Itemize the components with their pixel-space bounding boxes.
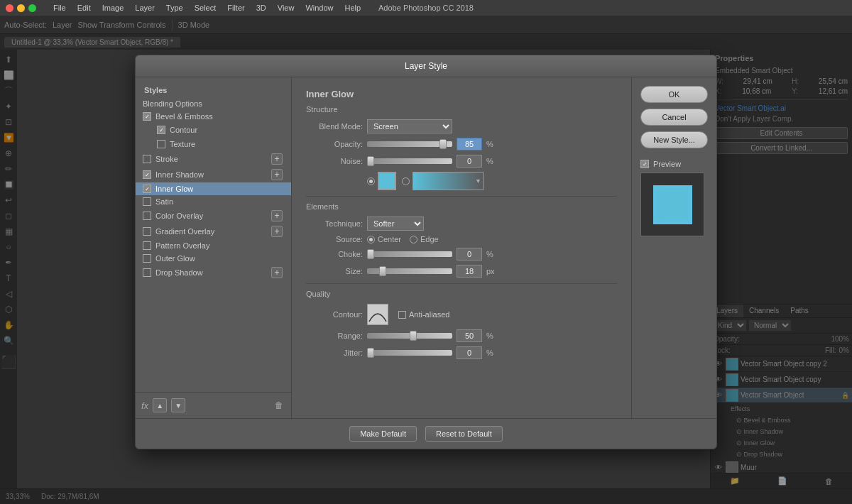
gradient-overlay-plus-button[interactable]: + [271, 226, 283, 237]
size-slider-thumb[interactable] [379, 266, 386, 276]
edge-radio-circle[interactable] [410, 236, 417, 243]
bevel-emboss-row[interactable]: Bevel & Emboss [136, 110, 291, 123]
drop-shadow-checkbox[interactable] [143, 268, 151, 277]
solid-color-radio[interactable] [367, 177, 375, 185]
choke-input[interactable] [457, 248, 482, 261]
dialog-body: Styles Blending Options Bevel & Emboss C… [136, 77, 716, 418]
color-overlay-label: Color Overlay [155, 212, 203, 220]
menu-edit[interactable]: Edit [77, 4, 91, 12]
reset-to-default-button[interactable]: Reset to Default [425, 426, 503, 442]
pattern-overlay-row[interactable]: Pattern Overlay [136, 239, 291, 252]
range-label: Range: [306, 332, 363, 340]
styles-panel-title[interactable]: Styles [136, 83, 291, 97]
technique-select[interactable]: Softer Precise [367, 217, 424, 231]
jitter-input[interactable] [457, 346, 482, 359]
source-edge-radio[interactable]: Edge [410, 235, 439, 243]
maximize-button[interactable] [28, 4, 36, 12]
outer-glow-row[interactable]: Outer Glow [136, 252, 291, 265]
technique-row: Technique: Softer Precise [306, 217, 617, 231]
gradient-radio[interactable] [402, 177, 410, 185]
minimize-button[interactable] [17, 4, 25, 12]
contour-form-label: Contour: [306, 310, 363, 319]
gradient-overlay-checkbox[interactable] [143, 227, 151, 236]
opacity-slider-track[interactable] [367, 141, 452, 147]
noise-input[interactable] [457, 155, 482, 168]
stroke-checkbox[interactable] [143, 155, 151, 163]
stroke-plus-button[interactable]: + [271, 153, 283, 165]
menu-filter[interactable]: Filter [227, 4, 244, 12]
contour-checkbox[interactable] [157, 126, 165, 134]
gradient-swatch[interactable]: ▼ [413, 172, 484, 190]
color-overlay-checkbox[interactable] [143, 212, 151, 220]
technique-label: Technique: [306, 219, 363, 228]
size-input[interactable] [457, 265, 482, 278]
menu-select[interactable]: Select [195, 4, 217, 12]
jitter-slider-track[interactable] [367, 350, 452, 356]
close-button[interactable] [6, 4, 13, 12]
stroke-row[interactable]: Stroke + [136, 151, 291, 167]
preview-section: Preview [640, 160, 708, 236]
menu-3d[interactable]: 3D [256, 4, 266, 12]
center-radio-circle[interactable] [367, 236, 375, 243]
blend-mode-select[interactable]: Screen Normal Multiply [367, 119, 452, 133]
preview-checkbox[interactable] [640, 160, 649, 168]
jitter-slider-thumb[interactable] [367, 348, 374, 358]
satin-row[interactable]: Satin [136, 195, 291, 208]
menu-window[interactable]: Window [305, 4, 333, 12]
center-label: Center [378, 235, 401, 243]
texture-row[interactable]: Texture [136, 137, 291, 151]
delete-style-button[interactable]: 🗑 [272, 398, 286, 412]
inner-shadow-plus-button[interactable]: + [271, 169, 283, 180]
menu-view[interactable]: View [278, 4, 295, 12]
drop-shadow-plus-button[interactable]: + [271, 267, 283, 278]
outer-glow-checkbox[interactable] [143, 254, 151, 263]
move-down-button[interactable]: ▼ [171, 398, 185, 412]
texture-checkbox[interactable] [157, 140, 165, 148]
inner-shadow-row[interactable]: Inner Shadow + [136, 167, 291, 182]
menu-image[interactable]: Image [102, 4, 124, 12]
color-overlay-plus-button[interactable]: + [271, 210, 283, 221]
styles-bottom-bar: fx ▲ ▼ 🗑 [136, 392, 292, 418]
noise-slider-thumb[interactable] [367, 156, 374, 166]
menu-type[interactable]: Type [166, 4, 183, 12]
range-slider-thumb[interactable] [410, 331, 417, 341]
noise-slider-track[interactable] [367, 158, 452, 164]
choke-slider-track[interactable] [367, 251, 452, 257]
choke-slider-thumb[interactable] [367, 249, 374, 259]
inner-glow-checkbox[interactable] [143, 185, 151, 193]
anti-alias-checkbox[interactable] [398, 311, 406, 319]
svg-rect-0 [368, 305, 388, 324]
new-style-button[interactable]: New Style... [640, 131, 708, 148]
pattern-overlay-checkbox[interactable] [143, 241, 151, 250]
source-center-radio[interactable]: Center [367, 235, 401, 243]
gradient-overlay-row[interactable]: Gradient Overlay + [136, 224, 291, 239]
make-default-button[interactable]: Make Default [349, 426, 417, 442]
range-slider-track[interactable] [367, 333, 452, 339]
opacity-slider-thumb[interactable] [439, 139, 447, 149]
contour-swatch[interactable] [367, 304, 388, 325]
opacity-input[interactable] [457, 138, 482, 150]
move-up-button[interactable]: ▲ [153, 398, 167, 412]
range-input[interactable] [457, 329, 482, 342]
menu-layer[interactable]: Layer [135, 4, 155, 12]
blend-mode-label: Blend Mode: [306, 122, 363, 131]
bevel-emboss-checkbox[interactable] [143, 112, 151, 121]
blending-options-item[interactable]: Blending Options [136, 97, 291, 110]
ok-button[interactable]: OK [640, 86, 708, 103]
preview-label-row: Preview [640, 160, 708, 168]
menu-help[interactable]: Help [345, 4, 361, 12]
choke-unit: % [486, 250, 501, 258]
quality-subsection-label: Quality [306, 290, 617, 298]
menu-file[interactable]: File [53, 4, 66, 12]
inner-glow-row[interactable]: Inner Glow [136, 182, 291, 195]
satin-checkbox[interactable] [143, 197, 151, 206]
color-swatch[interactable] [378, 172, 396, 190]
color-overlay-row[interactable]: Color Overlay + [136, 208, 291, 224]
drop-shadow-row[interactable]: Drop Shadow + [136, 265, 291, 280]
menu-bar: File Edit Image Layer Type Select Filter… [0, 0, 852, 16]
contour-row[interactable]: Contour [136, 123, 291, 137]
inner-shadow-checkbox[interactable] [143, 170, 151, 179]
choke-label: Choke: [306, 250, 363, 258]
size-slider-track[interactable] [367, 268, 452, 274]
cancel-button[interactable]: Cancel [640, 109, 708, 126]
